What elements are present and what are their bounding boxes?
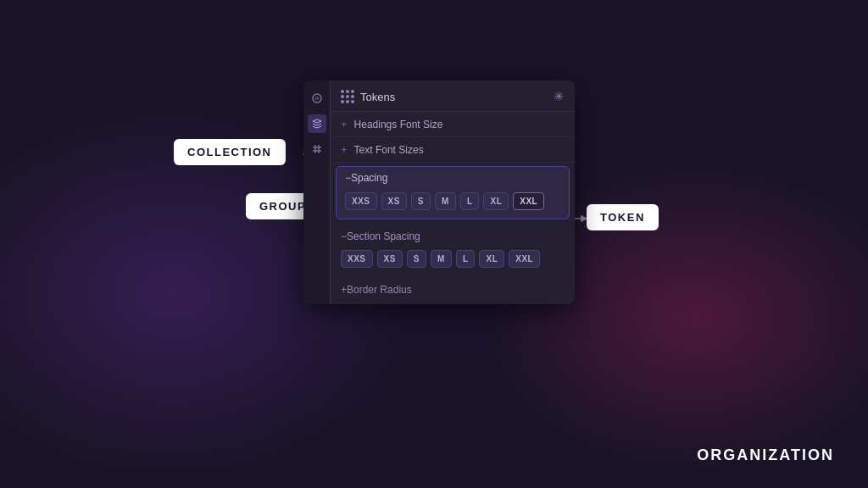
text-font-sizes-label: Text Font Sizes [354,144,424,156]
token-xl[interactable]: XL [483,192,509,210]
token-l[interactable]: L [460,192,480,210]
section-spacing-header[interactable]: − Section Spacing [336,226,570,247]
section-token-s[interactable]: S [407,250,426,268]
section-token-xxs[interactable]: XXS [341,250,373,268]
border-radius-label: Border Radius [347,284,412,296]
section-token-xxl[interactable]: XXL [509,250,540,268]
hashtag-icon[interactable] [308,140,326,158]
circle-icon[interactable] [308,89,326,108]
theme-toggle-button[interactable]: ✳ [554,89,565,104]
panel-main: Tokens ✳ + Headings Font Size + Text Fon… [331,80,575,304]
section-token-xs[interactable]: XS [377,250,403,268]
token-m[interactable]: M [435,192,456,210]
spacing-header[interactable]: − Spacing [337,167,569,189]
headings-font-size-row[interactable]: + Headings Font Size [331,112,575,137]
spacing-tokens: XXS XS S M L XL XXL [337,189,569,219]
side-icon-strip [303,80,331,304]
panel-title: Tokens [360,91,395,103]
text-font-sizes-row[interactable]: + Text Font Sizes [331,137,575,163]
expand-icon: + [341,118,348,130]
spacing-label: Spacing [351,172,387,184]
border-radius-row[interactable]: + Border Radius [331,278,575,304]
section-token-m[interactable]: M [431,250,452,268]
section-spacing-label: Section Spacing [347,230,420,242]
section-token-xl[interactable]: XL [479,250,504,268]
expand-icon-2: + [341,143,348,156]
section-token-l[interactable]: L [456,250,476,268]
panel-header: Tokens ✳ [331,80,575,112]
token-xxl-highlighted[interactable]: XXL [513,192,544,210]
organization-label: ORGANIZATION [697,446,834,464]
token-xs[interactable]: XS [381,192,407,210]
token-label: TOKEN [587,204,659,230]
grid-icon [341,90,354,103]
headings-font-size-label: Headings Font Size [354,119,443,130]
expand-icon-3: + [341,284,347,296]
collapse-icon: − [345,172,351,184]
tokens-icon[interactable] [308,114,326,133]
tokens-panel: Tokens ✳ + Headings Font Size + Text Fon… [303,80,575,304]
panel-title-group: Tokens [341,90,395,103]
svg-point-3 [313,94,321,103]
section-collapse-icon: − [341,230,347,242]
collection-label: COLLECTION [174,139,286,165]
token-xxs[interactable]: XXS [345,192,377,210]
token-s[interactable]: S [411,192,431,210]
section-spacing-tokens: XXS XS S M L XL XXL [336,247,570,274]
spacing-group: − Spacing XXS XS S M L XL XXL [336,166,570,219]
section-spacing-group: − Section Spacing XXS XS S M L XL XXL [331,223,575,278]
